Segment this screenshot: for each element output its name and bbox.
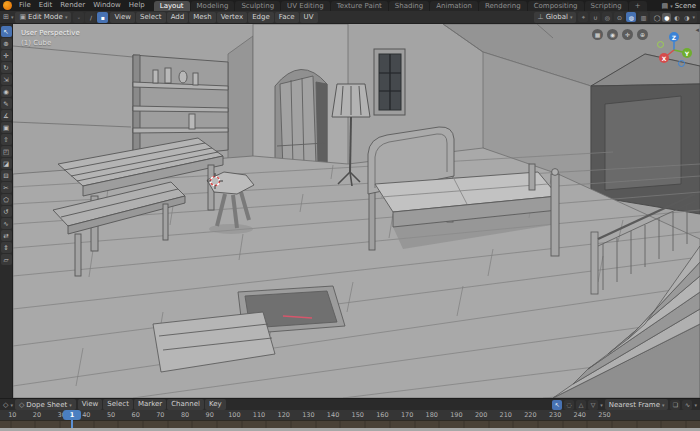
tab-rendering[interactable]: Rendering <box>479 1 527 11</box>
frame-ruler[interactable]: 1020304050607080901001101201301401501601… <box>0 410 700 420</box>
overlays-toggle-button[interactable]: ◍ <box>626 12 636 22</box>
viewport-scene[interactable] <box>13 24 700 398</box>
proportional-edit-button[interactable]: ◎ <box>602 12 612 22</box>
3d-viewport[interactable]: User Perspective (1) Cube ▦◉✛⊕ Z Y X ◂ <box>13 24 700 398</box>
orientation-dropdown[interactable]: ⊥ Global ▾ <box>534 12 577 23</box>
scene-selector[interactable]: Scene <box>675 2 696 10</box>
inset-faces-tool[interactable]: ◰ <box>1 146 12 157</box>
transform-tool[interactable]: ◉ <box>1 86 12 97</box>
menu-window[interactable]: Window <box>89 0 125 11</box>
tab-scripting[interactable]: Scripting <box>585 1 628 11</box>
axis-z-ball[interactable]: Z <box>669 32 679 42</box>
add-workspace-button[interactable]: + <box>629 1 647 11</box>
rendered-shading-button[interactable]: ◑ <box>682 13 691 22</box>
edge-select-button[interactable]: ∕ <box>85 12 96 23</box>
cursor-tool[interactable]: ⊕ <box>1 38 12 49</box>
tab-uv-editing[interactable]: UV Editing <box>281 1 330 11</box>
show-errors-toggle[interactable]: △ <box>576 400 586 410</box>
filter-button[interactable]: ▽ <box>588 400 598 410</box>
chevron-down-icon[interactable]: ▾ <box>694 402 697 408</box>
tab-modeling[interactable]: Modeling <box>191 1 235 11</box>
rotate-tool[interactable]: ↻ <box>1 62 12 73</box>
loop-cut-tool[interactable]: ⊟ <box>1 170 12 181</box>
tab-sculpting[interactable]: Sculpting <box>235 1 280 11</box>
scale-tool[interactable]: ⇲ <box>1 74 12 85</box>
xray-toggle-button[interactable]: ▥ <box>638 12 648 22</box>
playhead-line[interactable] <box>71 420 73 428</box>
menu-uv[interactable]: UV <box>300 12 318 23</box>
menu-vertex[interactable]: Vertex <box>217 12 248 23</box>
alcove[interactable] <box>591 54 700 214</box>
axis-neg-y-dot[interactable] <box>657 41 664 48</box>
knife-tool[interactable]: ✂ <box>1 182 12 193</box>
snap-magnet-button[interactable]: ∪ <box>590 12 600 22</box>
axis-x-ball[interactable]: X <box>659 53 669 63</box>
extrude-region-tool[interactable]: ⇧ <box>1 134 12 145</box>
wireframe-shading-button[interactable]: ◯ <box>652 13 661 22</box>
vertex-select-button[interactable]: ◦ <box>73 12 84 23</box>
material-shading-button[interactable]: ◐ <box>672 13 681 22</box>
chevron-down-icon[interactable]: ▾ <box>11 14 14 20</box>
smooth-tool[interactable]: ∿ <box>1 218 12 229</box>
chevron-down-icon[interactable]: ▾ <box>692 14 695 20</box>
move-view-button[interactable]: ✛ <box>622 29 633 40</box>
shrink-fatten-tool[interactable]: ⇕ <box>1 242 12 253</box>
shear-tool[interactable]: ▱ <box>1 254 12 265</box>
blender-logo-icon[interactable] <box>3 1 12 10</box>
solid-shading-button[interactable]: ● <box>662 13 671 22</box>
toggle-perspective-button[interactable]: ▦ <box>592 29 603 40</box>
menu-view[interactable]: View <box>110 12 135 23</box>
proportional-falloff-button[interactable]: ∿ <box>682 400 692 410</box>
copy-keyframes-button[interactable]: ❏ <box>670 400 680 410</box>
arch-doorway[interactable] <box>275 69 327 172</box>
poly-build-tool[interactable]: ⬠ <box>1 194 12 205</box>
tab-shading[interactable]: Shading <box>389 1 429 11</box>
pivot-point-button[interactable]: ⌖ <box>578 12 588 22</box>
move-tool[interactable]: ✛ <box>1 50 12 61</box>
current-frame-indicator[interactable]: 1 <box>63 410 81 420</box>
edge-slide-tool[interactable]: ⇄ <box>1 230 12 241</box>
menu-ds-channel[interactable]: Channel <box>167 399 204 410</box>
annotate-tool[interactable]: ✎ <box>1 98 12 109</box>
show-hidden-toggle[interactable]: ◌ <box>564 400 574 410</box>
snap-dropdown[interactable]: Nearest Frame ▾ <box>605 399 669 410</box>
zoom-view-button[interactable]: ⊕ <box>637 29 648 40</box>
tab-texture-paint[interactable]: Texture Paint <box>331 1 388 11</box>
chevron-down-icon[interactable]: ▾ <box>670 3 673 9</box>
axis-neg-z-dot[interactable] <box>678 60 685 67</box>
menu-ds-view[interactable]: View <box>78 399 103 410</box>
face-select-button[interactable]: ▪ <box>97 12 108 23</box>
navigation-gizmo[interactable]: Z Y X <box>656 32 692 68</box>
frame-range-band[interactable] <box>0 420 700 428</box>
menu-help[interactable]: Help <box>125 0 149 11</box>
sidebar-collapse-arrow[interactable]: ◂ <box>695 26 699 34</box>
mode-dropdown[interactable]: ▣ Edit Mode ▾ <box>15 12 71 23</box>
menu-ds-select[interactable]: Select <box>103 399 133 410</box>
select-box-tool[interactable]: ↖ <box>1 26 12 37</box>
menu-edge[interactable]: Edge <box>248 12 274 23</box>
menu-ds-key[interactable]: Key <box>205 399 226 410</box>
menu-add[interactable]: Add <box>167 12 189 23</box>
measure-tool[interactable]: ∡ <box>1 110 12 121</box>
chevron-down-icon[interactable]: ▾ <box>10 402 13 408</box>
menu-mesh[interactable]: Mesh <box>189 12 215 23</box>
tab-layout[interactable]: Layout <box>154 1 190 11</box>
menu-file[interactable]: File <box>15 0 35 11</box>
editor-type-icon[interactable]: ◇ <box>3 401 8 409</box>
menu-render[interactable]: Render <box>56 0 89 11</box>
gizmos-toggle-button[interactable]: ⊙ <box>614 12 624 22</box>
menu-edit[interactable]: Edit <box>35 0 57 11</box>
axis-y-ball[interactable]: Y <box>682 48 692 58</box>
tab-animation[interactable]: Animation <box>430 1 478 11</box>
only-selected-toggle[interactable]: ↖ <box>552 400 562 410</box>
bevel-tool[interactable]: ◪ <box>1 158 12 169</box>
menu-face[interactable]: Face <box>275 12 299 23</box>
spin-tool[interactable]: ↺ <box>1 206 12 217</box>
dopesheet-mode-dropdown[interactable]: ◇ Dope Sheet ▾ <box>15 399 76 410</box>
screen-layout-icon[interactable]: ▤ <box>662 2 669 10</box>
window[interactable] <box>374 49 405 115</box>
editor-type-icon[interactable]: ⊞ <box>3 13 9 21</box>
tab-compositing[interactable]: Compositing <box>528 1 584 11</box>
camera-view-button[interactable]: ◉ <box>607 29 618 40</box>
add-cube-tool[interactable]: ▣ <box>1 122 12 133</box>
